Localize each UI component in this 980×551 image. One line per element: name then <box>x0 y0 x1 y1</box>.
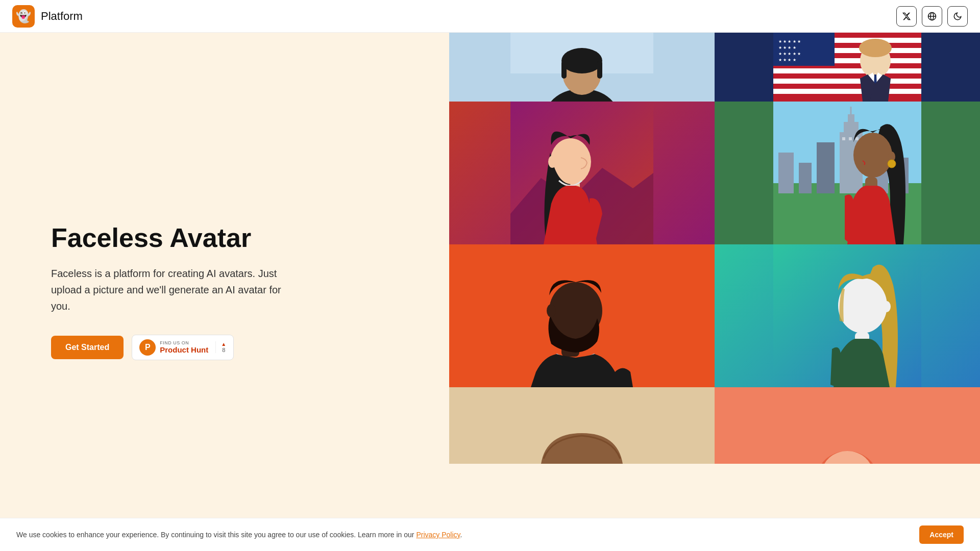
svg-point-65 <box>838 278 887 333</box>
svg-point-63 <box>547 304 556 317</box>
navbar-brand: 👻 Platform <box>12 5 83 28</box>
globe-icon <box>927 12 937 21</box>
svg-point-41 <box>548 156 556 168</box>
svg-point-56 <box>853 133 892 178</box>
product-hunt-name: Product Hunt <box>160 345 208 354</box>
svg-rect-22 <box>773 84 921 89</box>
cookie-banner: We use cookies to enhance your experienc… <box>0 518 980 551</box>
globe-button[interactable] <box>922 6 942 27</box>
svg-rect-46 <box>817 142 835 193</box>
x-icon <box>902 12 911 21</box>
product-hunt-badge[interactable]: P FIND US ON Product Hunt ▲ 8 <box>132 335 234 360</box>
hero-title: Faceless Avatar <box>51 223 398 253</box>
main-content: Faceless Avatar Faceless is a platform f… <box>0 0 980 551</box>
cookie-message: We use cookies to enhance your experienc… <box>16 531 909 539</box>
avatar-card-8 <box>715 387 980 464</box>
upvote-count: 8 <box>222 347 225 353</box>
hero-actions: Get Started P FIND US ON Product Hunt ▲ … <box>51 335 398 360</box>
avatar-card-7 <box>449 387 715 464</box>
navbar-title: Platform <box>41 10 83 23</box>
avatar-card-5 <box>449 244 715 387</box>
product-hunt-text: FIND US ON Product Hunt <box>160 340 208 354</box>
product-hunt-find-label: FIND US ON <box>160 340 208 345</box>
cookie-accept-button[interactable]: Accept <box>919 525 964 544</box>
svg-rect-19 <box>773 68 921 73</box>
svg-rect-23 <box>773 89 921 94</box>
avatar-card-3 <box>449 102 715 244</box>
moon-icon <box>953 12 962 21</box>
avatar-grid: ★ ★ ★ ★ ★ ★ ★ ★ ★ ★ ★ ★ ★ ★ ★ ★ ★ ★ <box>449 33 980 551</box>
dark-mode-button[interactable] <box>947 6 968 27</box>
product-hunt-count: ▲ 8 <box>215 341 226 353</box>
twitter-button[interactable] <box>896 6 917 27</box>
svg-rect-54 <box>849 137 852 140</box>
svg-point-58 <box>888 160 896 168</box>
svg-rect-55 <box>855 137 859 140</box>
get-started-button[interactable]: Get Started <box>51 336 124 359</box>
svg-text:★ ★ ★ ★: ★ ★ ★ ★ <box>778 45 796 50</box>
svg-rect-24 <box>773 94 921 102</box>
logo-icon: 👻 <box>12 5 35 28</box>
svg-text:★ ★ ★ ★ ★: ★ ★ ★ ★ ★ <box>778 39 801 44</box>
avatar-card-4 <box>715 102 980 244</box>
svg-rect-51 <box>848 114 854 124</box>
hero-section: Faceless Avatar Faceless is a platform f… <box>0 33 449 551</box>
avatar-card-6 <box>715 244 980 387</box>
svg-rect-44 <box>778 153 794 193</box>
avatar-card-1 <box>449 33 715 102</box>
product-hunt-logo: P <box>139 339 156 356</box>
svg-rect-9 <box>561 61 567 79</box>
svg-rect-10 <box>597 61 602 79</box>
svg-rect-21 <box>773 79 921 84</box>
svg-text:★ ★ ★ ★ ★: ★ ★ ★ ★ ★ <box>778 52 801 56</box>
svg-rect-45 <box>799 163 812 193</box>
svg-point-8 <box>561 48 602 73</box>
svg-rect-53 <box>842 137 845 140</box>
svg-text:★ ★ ★ ★: ★ ★ ★ ★ <box>778 58 796 62</box>
svg-point-31 <box>859 39 892 57</box>
hero-description: Faceless is a platform for creating AI a… <box>51 265 286 314</box>
upvote-arrow-icon: ▲ <box>221 341 226 347</box>
navbar: 👻 Platform <box>0 0 980 33</box>
privacy-policy-link[interactable]: Privacy Policy <box>416 531 460 539</box>
avatar-card-2: ★ ★ ★ ★ ★ ★ ★ ★ ★ ★ ★ ★ ★ ★ ★ ★ ★ ★ <box>715 33 980 102</box>
svg-rect-20 <box>773 73 921 79</box>
svg-point-66 <box>883 301 891 312</box>
navbar-actions <box>896 6 968 27</box>
